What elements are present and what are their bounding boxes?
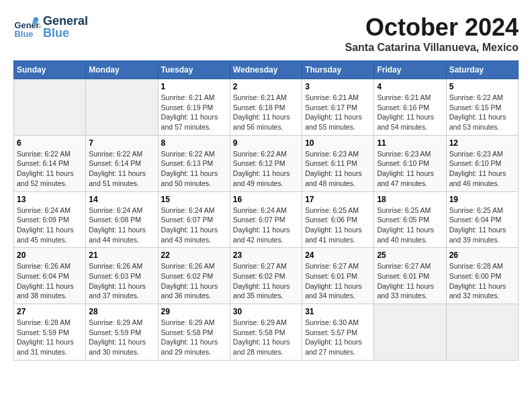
day-info: Sunrise: 6:26 AMSunset: 6:03 PMDaylight:…: [89, 261, 154, 301]
day-info: Sunrise: 6:25 AMSunset: 6:04 PMDaylight:…: [449, 205, 515, 245]
day-number: 9: [233, 138, 299, 148]
location-subtitle: Santa Catarina Villanueva, Mexico: [345, 42, 519, 54]
day-number: 22: [161, 250, 227, 260]
day-number: 2: [233, 82, 299, 91]
day-number: 12: [449, 138, 515, 148]
day-info: Sunrise: 6:25 AMSunset: 6:05 PMDaylight:…: [377, 205, 443, 245]
day-info: Sunrise: 6:27 AMSunset: 6:01 PMDaylight:…: [305, 261, 371, 301]
calendar-week-row: 13Sunrise: 6:24 AMSunset: 6:09 PMDayligh…: [14, 191, 519, 248]
calendar-cell: 29Sunrise: 6:29 AMSunset: 5:58 PMDayligh…: [158, 304, 230, 361]
weekday-header: Saturday: [446, 61, 518, 79]
day-number: 14: [89, 195, 154, 204]
day-number: 15: [161, 195, 227, 204]
calendar-cell: [374, 304, 446, 361]
calendar-cell: 3Sunrise: 6:21 AMSunset: 6:17 PMDaylight…: [302, 79, 374, 136]
calendar-cell: 8Sunrise: 6:22 AMSunset: 6:13 PMDaylight…: [158, 135, 230, 191]
day-number: 23: [233, 250, 299, 260]
calendar-cell: 18Sunrise: 6:25 AMSunset: 6:05 PMDayligh…: [374, 191, 446, 248]
day-info: Sunrise: 6:29 AMSunset: 5:59 PMDaylight:…: [89, 318, 154, 357]
calendar-cell: 10Sunrise: 6:23 AMSunset: 6:11 PMDayligh…: [302, 135, 374, 191]
weekday-header: Sunday: [14, 61, 86, 79]
calendar-cell: 19Sunrise: 6:25 AMSunset: 6:04 PMDayligh…: [446, 191, 518, 248]
day-number: 24: [305, 250, 371, 260]
day-number: 1: [161, 82, 227, 91]
calendar-week-row: 20Sunrise: 6:26 AMSunset: 6:04 PMDayligh…: [14, 248, 519, 304]
weekday-header: Wednesday: [230, 61, 302, 79]
day-info: Sunrise: 6:25 AMSunset: 6:06 PMDaylight:…: [305, 205, 371, 245]
calendar-cell: 15Sunrise: 6:24 AMSunset: 6:07 PMDayligh…: [158, 191, 230, 248]
day-info: Sunrise: 6:24 AMSunset: 6:07 PMDaylight:…: [233, 205, 299, 245]
calendar-cell: 4Sunrise: 6:21 AMSunset: 6:16 PMDaylight…: [374, 79, 446, 136]
day-info: Sunrise: 6:24 AMSunset: 6:07 PMDaylight:…: [161, 205, 227, 245]
day-number: 5: [449, 82, 515, 91]
calendar-cell: 6Sunrise: 6:22 AMSunset: 6:14 PMDaylight…: [14, 135, 86, 191]
calendar-cell: 22Sunrise: 6:26 AMSunset: 6:02 PMDayligh…: [158, 248, 230, 304]
weekday-header: Friday: [374, 61, 446, 79]
logo: General Blue GeneralBlue: [13, 13, 88, 40]
day-number: 29: [161, 307, 227, 316]
day-info: Sunrise: 6:21 AMSunset: 6:19 PMDaylight:…: [161, 93, 227, 132]
svg-text:Blue: Blue: [15, 29, 34, 39]
weekday-header: Thursday: [302, 61, 374, 79]
day-info: Sunrise: 6:23 AMSunset: 6:11 PMDaylight:…: [305, 149, 371, 189]
calendar-week-row: 1Sunrise: 6:21 AMSunset: 6:19 PMDaylight…: [14, 79, 519, 136]
calendar-week-row: 6Sunrise: 6:22 AMSunset: 6:14 PMDaylight…: [14, 135, 519, 191]
day-number: 20: [17, 250, 83, 260]
day-info: Sunrise: 6:24 AMSunset: 6:08 PMDaylight:…: [89, 205, 154, 245]
title-block: October 2024 Santa Catarina Villanueva, …: [345, 13, 519, 54]
calendar-cell: 17Sunrise: 6:25 AMSunset: 6:06 PMDayligh…: [302, 191, 374, 248]
weekday-header: Monday: [86, 61, 158, 79]
page-header: General Blue GeneralBlue October 2024 Sa…: [13, 13, 519, 54]
day-number: 26: [449, 250, 515, 260]
calendar-cell: 31Sunrise: 6:30 AMSunset: 5:57 PMDayligh…: [302, 304, 374, 361]
calendar-cell: 16Sunrise: 6:24 AMSunset: 6:07 PMDayligh…: [230, 191, 302, 248]
day-info: Sunrise: 6:26 AMSunset: 6:04 PMDaylight:…: [17, 261, 83, 301]
calendar-cell: 26Sunrise: 6:28 AMSunset: 6:00 PMDayligh…: [446, 248, 518, 304]
month-title: October 2024: [345, 13, 519, 42]
day-info: Sunrise: 6:26 AMSunset: 6:02 PMDaylight:…: [161, 261, 227, 301]
calendar-cell: 28Sunrise: 6:29 AMSunset: 5:59 PMDayligh…: [86, 304, 158, 361]
day-number: 17: [305, 195, 371, 204]
weekday-header: Tuesday: [158, 61, 230, 79]
day-info: Sunrise: 6:27 AMSunset: 6:01 PMDaylight:…: [377, 261, 443, 301]
day-info: Sunrise: 6:28 AMSunset: 6:00 PMDaylight:…: [449, 261, 515, 301]
calendar-cell: 2Sunrise: 6:21 AMSunset: 6:18 PMDaylight…: [230, 79, 302, 136]
calendar-cell: [14, 79, 86, 136]
day-number: 31: [305, 307, 371, 316]
calendar-cell: 20Sunrise: 6:26 AMSunset: 6:04 PMDayligh…: [14, 248, 86, 304]
day-number: 11: [377, 138, 443, 148]
day-number: 16: [233, 195, 299, 204]
calendar-cell: 11Sunrise: 6:23 AMSunset: 6:10 PMDayligh…: [374, 135, 446, 191]
day-number: 19: [449, 195, 515, 204]
logo-general: General: [43, 15, 88, 27]
day-number: 4: [377, 82, 443, 91]
day-info: Sunrise: 6:30 AMSunset: 5:57 PMDaylight:…: [305, 318, 371, 357]
logo-blue: Blue: [43, 27, 88, 39]
calendar-cell: 13Sunrise: 6:24 AMSunset: 6:09 PMDayligh…: [14, 191, 86, 248]
day-info: Sunrise: 6:22 AMSunset: 6:14 PMDaylight:…: [89, 149, 154, 189]
day-number: 25: [377, 250, 443, 260]
calendar-cell: 25Sunrise: 6:27 AMSunset: 6:01 PMDayligh…: [374, 248, 446, 304]
calendar-cell: 27Sunrise: 6:28 AMSunset: 5:59 PMDayligh…: [14, 304, 86, 361]
calendar-cell: 9Sunrise: 6:22 AMSunset: 6:12 PMDaylight…: [230, 135, 302, 191]
calendar-cell: 7Sunrise: 6:22 AMSunset: 6:14 PMDaylight…: [86, 135, 158, 191]
day-number: 3: [305, 82, 371, 91]
calendar-body: 1Sunrise: 6:21 AMSunset: 6:19 PMDaylight…: [14, 79, 519, 361]
day-number: 30: [233, 307, 299, 316]
day-number: 10: [305, 138, 371, 148]
calendar-cell: 5Sunrise: 6:22 AMSunset: 6:15 PMDaylight…: [446, 79, 518, 136]
day-number: 18: [377, 195, 443, 204]
calendar-cell: 24Sunrise: 6:27 AMSunset: 6:01 PMDayligh…: [302, 248, 374, 304]
logo-icon: General Blue: [13, 13, 40, 40]
day-info: Sunrise: 6:29 AMSunset: 5:58 PMDaylight:…: [233, 318, 299, 357]
calendar-cell: 12Sunrise: 6:23 AMSunset: 6:10 PMDayligh…: [446, 135, 518, 191]
weekday-header-row: SundayMondayTuesdayWednesdayThursdayFrid…: [14, 61, 519, 79]
calendar-cell: [446, 304, 518, 361]
calendar-cell: 1Sunrise: 6:21 AMSunset: 6:19 PMDaylight…: [158, 79, 230, 136]
day-number: 21: [89, 250, 154, 260]
calendar-week-row: 27Sunrise: 6:28 AMSunset: 5:59 PMDayligh…: [14, 304, 519, 361]
calendar-table: SundayMondayTuesdayWednesdayThursdayFrid…: [13, 60, 519, 361]
logo-text: GeneralBlue: [43, 15, 88, 39]
calendar-cell: 21Sunrise: 6:26 AMSunset: 6:03 PMDayligh…: [86, 248, 158, 304]
calendar-cell: [86, 79, 158, 136]
